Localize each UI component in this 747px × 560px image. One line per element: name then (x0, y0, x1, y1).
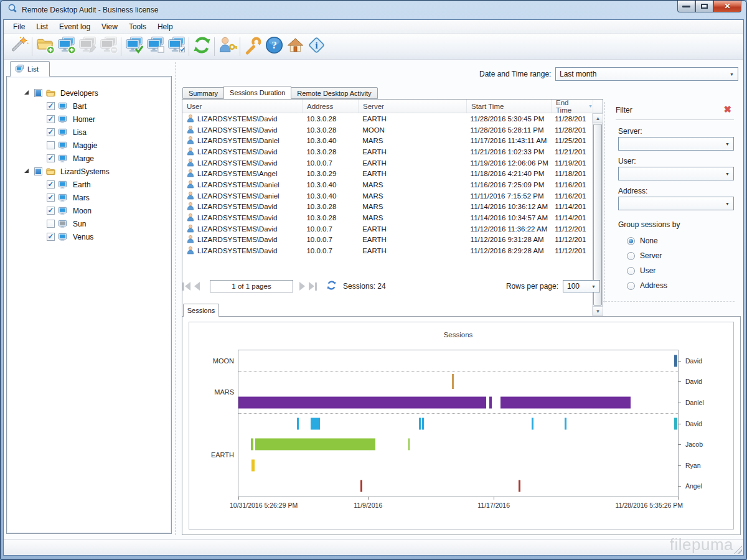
about-button[interactable]: i (306, 35, 327, 58)
tree-item-mars[interactable]: ✓Mars (7, 191, 171, 204)
first-page-button[interactable] (182, 282, 190, 291)
column-header-end-time[interactable]: End Time▼ (552, 100, 593, 113)
scroll-up-button[interactable]: ▲ (593, 113, 603, 123)
table-row[interactable]: LIZARDSYSTEMS\David10.3.0.28EARTH11/21/2… (182, 146, 592, 157)
group-by-option-address[interactable]: Address (627, 281, 667, 290)
page-indicator[interactable]: 1 of 1 pages (210, 280, 293, 292)
checkbox-lizardsystems[interactable] (34, 167, 42, 175)
tree-item-moon[interactable]: ✓Moon (7, 204, 171, 217)
table-row[interactable]: LIZARDSYSTEMS\David10.3.0.28EARTH11/28/2… (182, 113, 592, 124)
table-row[interactable]: LIZARDSYSTEMS\David10.3.0.28MARS11/14/20… (182, 212, 592, 223)
filter-select-user-[interactable]: ▼ (618, 167, 734, 180)
column-header-user[interactable]: User (182, 100, 303, 113)
table-row[interactable]: LIZARDSYSTEMS\David10.0.0.7EARTH11/19/20… (182, 157, 592, 169)
home-button[interactable] (284, 35, 306, 58)
menu-file[interactable]: File (7, 21, 31, 32)
table-row[interactable]: LIZARDSYSTEMS\Daniel10.3.0.40MARS11/17/2… (182, 135, 592, 146)
checkbox-venus[interactable]: ✓ (47, 233, 55, 241)
refresh-button[interactable] (191, 35, 212, 58)
table-row[interactable]: LIZARDSYSTEMS\David10.0.0.7EARTH11/12/20… (182, 223, 592, 235)
tab-list[interactable]: List (10, 61, 50, 77)
checkbox-mars[interactable]: ✓ (47, 194, 55, 202)
previous-page-button[interactable] (194, 282, 200, 291)
tree-item-venus[interactable]: ✓Venus (7, 230, 171, 243)
checkbox-lisa[interactable]: ✓ (47, 128, 55, 136)
tab-summary[interactable]: Summary (182, 87, 224, 99)
table-row[interactable]: LIZARDSYSTEMS\Angel10.3.0.29EARTH11/18/2… (182, 168, 592, 179)
close-button[interactable]: ✕ (713, 1, 741, 12)
user-credentials-button[interactable] (217, 35, 238, 58)
expand-arrow-icon[interactable] (24, 90, 29, 95)
column-header-server[interactable]: Server (359, 100, 467, 113)
date-range-select[interactable]: Last month ▼ (555, 67, 738, 81)
sidebar-splitter[interactable] (176, 62, 176, 535)
rows-per-page-select[interactable]: 100 ▼ (563, 280, 600, 292)
filter-splitter[interactable] (604, 102, 604, 302)
tree-item-bart[interactable]: ✓Bart (7, 100, 171, 113)
checkbox-earth[interactable]: ✓ (47, 180, 55, 189)
invert-selection-button[interactable] (166, 35, 187, 58)
wizard-button[interactable] (9, 35, 30, 58)
table-row[interactable]: LIZARDSYSTEMS\David10.3.0.28MOON11/28/20… (182, 124, 592, 136)
table-row[interactable]: LIZARDSYSTEMS\David10.3.0.28MARS11/14/20… (182, 202, 592, 213)
group-by-option-server[interactable]: Server (627, 251, 662, 260)
checkbox-homer[interactable]: ✓ (47, 115, 55, 123)
table-row[interactable]: LIZARDSYSTEMS\Daniel10.3.0.40MARS11/16/2… (182, 179, 592, 190)
check-all-button[interactable] (123, 35, 144, 58)
checkbox-moon[interactable]: ✓ (47, 207, 55, 215)
tree-item-homer[interactable]: ✓Homer (7, 113, 171, 126)
group-by-option-none[interactable]: None (627, 236, 658, 245)
tree-item-sun[interactable]: Sun (7, 217, 171, 230)
checkbox-developers[interactable] (34, 89, 42, 97)
tree-item-earth[interactable]: ✓Earth (7, 178, 171, 191)
tab-remote-desktop-activity[interactable]: Remote Desktop Activity (291, 87, 377, 99)
tree-item-lisa[interactable]: ✓Lisa (7, 126, 171, 139)
cell-start-time: 11/21/2016 1:02:33 PM (466, 148, 551, 156)
radio-user[interactable] (627, 267, 635, 275)
radio-address[interactable] (627, 282, 635, 290)
radio-server[interactable] (627, 252, 635, 260)
checkbox-maggie[interactable] (47, 141, 55, 149)
table-row[interactable]: LIZARDSYSTEMS\David10.0.0.7EARTH11/12/20… (182, 235, 592, 246)
menu-tools[interactable]: Tools (123, 21, 152, 32)
session-bar (360, 480, 362, 492)
help-button[interactable]: ? (263, 35, 284, 58)
user-label-daniel: Daniel (685, 399, 704, 406)
cell-address: 10.0.0.7 (302, 247, 358, 254)
filter-close-icon[interactable]: ✖ (723, 104, 731, 115)
filter-select-address-[interactable]: ▼ (618, 197, 734, 210)
checkbox-sun[interactable] (47, 220, 55, 228)
checkbox-marge[interactable]: ✓ (47, 154, 55, 162)
tab-sessions-chart[interactable]: Sessions (183, 304, 219, 317)
menu-view[interactable]: View (96, 21, 123, 32)
uncheck-all-button[interactable] (144, 35, 166, 58)
radio-none[interactable] (627, 237, 635, 245)
table-row[interactable]: LIZARDSYSTEMS\David10.0.0.7EARTH11/12/20… (182, 245, 592, 256)
expand-arrow-icon[interactable] (24, 169, 29, 173)
menu-help[interactable]: Help (152, 21, 179, 32)
last-page-button[interactable] (309, 282, 317, 291)
filter-select-server-[interactable]: ▼ (618, 137, 734, 151)
minimize-button[interactable] (677, 1, 695, 12)
table-row[interactable]: LIZARDSYSTEMS\Daniel10.3.0.40MARS11/11/2… (182, 190, 592, 202)
tree-item-developers[interactable]: Developers (7, 86, 171, 100)
group-by-option-user[interactable]: User (627, 266, 655, 275)
resize-grip[interactable] (734, 546, 742, 554)
column-header-start-time[interactable]: Start Time (467, 100, 552, 113)
tab-sessions-duration[interactable]: Sessions Duration (223, 86, 291, 99)
add-group-button[interactable] (34, 35, 55, 58)
column-header-address[interactable]: Address (303, 100, 359, 113)
settings-button[interactable] (242, 35, 263, 58)
menu-event-log[interactable]: Event log (54, 21, 96, 32)
next-page-button[interactable] (299, 282, 305, 291)
menu-list[interactable]: List (31, 21, 54, 32)
add-computer-button[interactable] (55, 35, 77, 58)
checkbox-bart[interactable]: ✓ (47, 102, 55, 110)
tree-item-maggie[interactable]: Maggie (7, 139, 171, 152)
tree-item-lizardsystems[interactable]: LizardSystems (7, 165, 171, 178)
refresh-sessions-icon[interactable] (326, 280, 337, 293)
maximize-button[interactable] (695, 1, 713, 12)
tree-item-marge[interactable]: ✓Marge (7, 152, 171, 165)
menu-bar: FileListEvent logViewToolsHelp (4, 20, 743, 34)
scroll-down-button[interactable]: ▼ (593, 306, 603, 316)
